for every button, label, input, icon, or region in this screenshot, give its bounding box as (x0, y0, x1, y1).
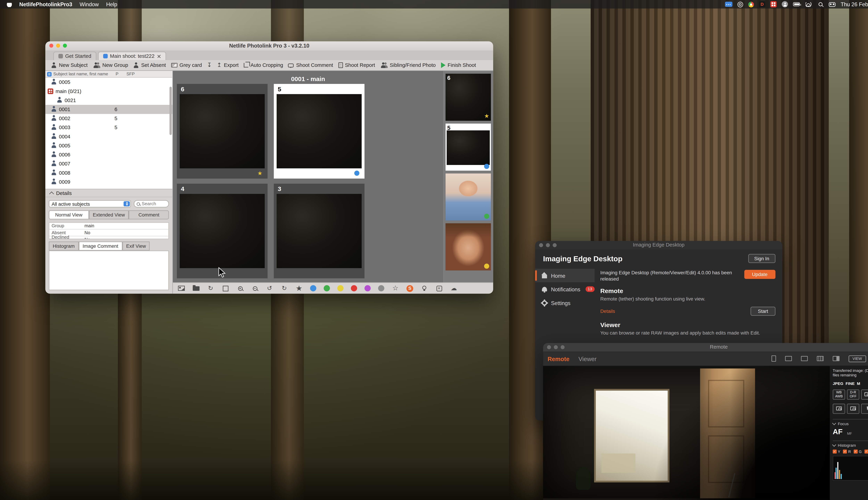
import-button[interactable]: ↧ (207, 62, 212, 68)
folder-icon[interactable] (192, 285, 199, 292)
close-window-button[interactable] (547, 345, 551, 349)
channel-y-checkbox[interactable]: Y (833, 450, 841, 454)
details-header[interactable]: Details (45, 189, 172, 197)
minimize-window-button[interactable] (56, 44, 60, 48)
subject-row-selected[interactable]: 0001 6 (45, 105, 172, 114)
tab-remote[interactable]: Remote (548, 355, 569, 362)
subject-list-header[interactable]: ≣ Subject last name, first name P SFP (45, 71, 172, 78)
photo-thumbnail[interactable] (276, 94, 362, 168)
photo-card[interactable]: 3 (274, 184, 364, 278)
subject-row[interactable]: 0005 (45, 78, 172, 87)
mf-mode-label[interactable]: MF (847, 432, 852, 435)
tab-extended-view[interactable]: Extended View (89, 210, 129, 219)
star-rating-icon[interactable] (258, 170, 262, 176)
remote-titlebar[interactable]: Remote (543, 343, 868, 352)
image-comment-area[interactable] (49, 251, 169, 290)
subject-row[interactable]: 0002 5 (45, 114, 172, 123)
photo-card[interactable]: 4 (177, 184, 267, 278)
subject-row[interactable]: 0021 (45, 96, 172, 105)
format-jpeg-label[interactable]: JPEG (833, 382, 843, 385)
sign-in-button[interactable]: Sign In (748, 254, 776, 263)
sidebar-item-notifications[interactable]: Notifications 13 (535, 282, 595, 296)
lamp-icon[interactable] (421, 285, 428, 292)
zoom-window-button[interactable] (561, 345, 564, 349)
sidebar-item-settings[interactable]: Settings (535, 296, 595, 309)
subject-row[interactable]: 0004 (45, 132, 172, 141)
subject-row[interactable]: 0003 5 (45, 123, 172, 132)
camera-live-view[interactable] (543, 366, 830, 500)
photo-thumbnail[interactable] (180, 194, 265, 268)
shoot-comment-button[interactable]: Shoot Comment (288, 62, 333, 68)
menu-window[interactable]: Window (80, 1, 99, 8)
subject-row[interactable]: 0008 (45, 168, 172, 178)
s-service-icon[interactable]: S (407, 285, 413, 292)
star-rate-button[interactable] (295, 285, 302, 292)
zoom-in-icon[interactable]: + (237, 285, 244, 292)
menubar-g-app-icon[interactable]: G (738, 1, 743, 7)
minimize-window-button[interactable] (554, 345, 558, 349)
focus-section-header[interactable]: Focus (833, 419, 868, 426)
orientation-landscape-icon[interactable] (785, 356, 792, 361)
star-outline-button[interactable] (392, 285, 399, 292)
purple-label-button[interactable] (365, 285, 371, 291)
channel-r-checkbox[interactable]: R (843, 450, 851, 454)
zoom-window-button[interactable] (553, 243, 557, 247)
tab-normal-view[interactable]: Normal View (49, 210, 89, 219)
image-view-icon[interactable] (178, 285, 185, 292)
view-mode-button[interactable]: VIEW (848, 355, 866, 362)
spotlight-icon[interactable] (817, 1, 824, 8)
menubar-clock[interactable]: Thu 26 Feb 15:31 (841, 1, 868, 8)
subject-row[interactable]: 0009 (45, 178, 172, 186)
group-row[interactable]: main (0/21) (45, 87, 172, 96)
metering-chip[interactable] (861, 389, 868, 400)
refresh-icon[interactable] (207, 285, 214, 292)
menu-help[interactable]: Help (106, 1, 117, 8)
new-subject-button[interactable]: New Subject (51, 62, 88, 68)
close-window-button[interactable] (49, 44, 53, 48)
grey-card-button[interactable]: Grey card (171, 62, 202, 68)
subject-row[interactable]: 0006 (45, 150, 172, 159)
filmstrip-thumb[interactable] (446, 224, 491, 271)
tab-main-shoot[interactable]: Main shoot: test222 (98, 52, 166, 60)
start-button[interactable]: Start (751, 307, 776, 316)
delete-icon[interactable] (435, 285, 443, 292)
apple-menu-icon[interactable] (7, 1, 12, 7)
orientation-portrait-icon[interactable] (772, 355, 776, 362)
gray-label-button[interactable] (378, 285, 384, 291)
auto-cropping-button[interactable]: Auto Cropping (244, 62, 283, 68)
update-button[interactable]: Update (744, 270, 776, 279)
tab-histogram[interactable]: Histogram (49, 241, 79, 251)
histogram-section-header[interactable]: Histogram (833, 441, 868, 447)
rotate-left-icon[interactable] (266, 285, 273, 292)
red-label-button[interactable] (351, 285, 357, 291)
menubar-keyboard-app-icon[interactable]: ••• (725, 2, 732, 7)
fullscreen-icon[interactable] (222, 285, 229, 292)
rotate-right-icon[interactable] (281, 285, 288, 292)
shoot-report-button[interactable]: Shoot Report (338, 62, 375, 68)
focus-mode-chip[interactable] (847, 404, 859, 414)
control-center-icon[interactable] (829, 1, 835, 8)
finish-shoot-button[interactable]: Finish Shoot (441, 62, 476, 68)
photo-thumbnail[interactable] (276, 194, 362, 268)
filmstrip-thumb-selected[interactable]: 5 (446, 124, 491, 171)
search-input[interactable] (142, 201, 164, 206)
subject-row[interactable]: 0007 (45, 159, 172, 168)
filmstrip-thumb[interactable]: 6 (446, 73, 491, 121)
tab-close-icon[interactable] (157, 54, 161, 58)
wifi-icon[interactable] (805, 1, 812, 8)
split-view-icon[interactable] (833, 356, 840, 361)
menubar-grid-app-icon[interactable] (770, 1, 777, 8)
tab-get-started[interactable]: Get Started (53, 52, 96, 60)
cloud-upload-icon[interactable] (450, 285, 457, 292)
filmstrip-thumb[interactable] (446, 173, 491, 220)
subject-filter-icon[interactable]: ≣ (47, 72, 52, 76)
sibling-friend-button[interactable]: Sibling/Friend Photo (380, 62, 436, 68)
grid-overlay-icon[interactable] (817, 356, 824, 361)
zoom-window-button[interactable] (63, 44, 67, 48)
flash-chip[interactable] (861, 404, 868, 414)
menubar-d-app-icon[interactable]: D (759, 1, 765, 8)
blue-label-icon[interactable] (354, 171, 359, 176)
set-absent-button[interactable]: Set Absent (133, 62, 166, 68)
camera-mode-chip[interactable] (833, 404, 845, 414)
yellow-label-button[interactable] (337, 285, 344, 291)
